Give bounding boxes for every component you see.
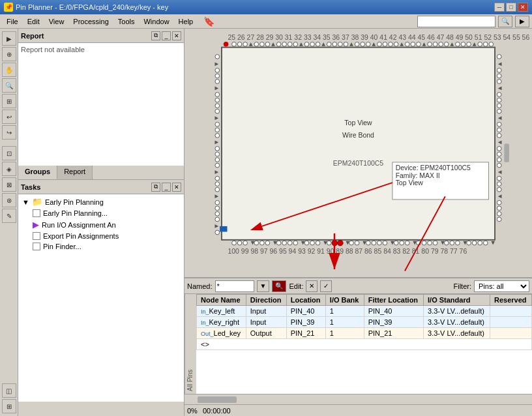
cell-io-standard: 3.3-V LV...default) [424,328,490,339]
left-pin [215,128,220,132]
edit-btn-check[interactable]: ✓ [320,280,332,292]
top-view-label: Top View [344,119,372,126]
minimize-button[interactable]: ─ [494,3,505,12]
filter-btn-1[interactable]: 🔍 [272,280,286,292]
toolbar-btn-3[interactable]: ✋ [2,63,16,77]
named-dropdown-btn[interactable]: ▼ [257,280,270,292]
search-input[interactable] [417,16,495,27]
report-close-btn[interactable]: ✕ [172,31,181,40]
run-icon: ▶ [33,220,39,230]
toolbar-btn-6[interactable]: ↩ [2,110,16,124]
task-label-1: Early Pin Planning... [43,209,108,217]
pin-table: Node Name Direction Location I/O Bank Fi… [196,294,532,394]
filter-select[interactable]: Pins: all Pins: input Pins: output [474,280,529,292]
left-pin [215,122,220,126]
left-pin [215,104,220,108]
tasks-panel: Tasks ⧉ _ ✕ ▼ 📁 Early Pin Planning Early… [18,180,184,416]
menu-window[interactable]: Window [140,16,173,27]
close-button[interactable]: ✕ [518,3,528,12]
named-input[interactable] [215,280,254,292]
tab-report[interactable]: Report [57,166,93,179]
toolbar-btn-10[interactable]: ⊠ [2,177,16,192]
menu-items: File Edit View Processing Tools Window H… [3,16,214,27]
left-pin [215,146,220,151]
wire-bond-label: Wire Bond [342,132,374,139]
cell-reserved [490,306,532,317]
edit-btn-x[interactable]: ✕ [306,280,318,292]
toolbar-btn-7[interactable]: ↪ [2,125,16,140]
task-run-io[interactable]: ▶ Run I/O Assignment An [20,218,183,231]
h-scrollbar[interactable] [185,394,532,404]
pin-circle [417,42,421,46]
bottom-pin [450,241,454,245]
pin-circle [293,42,298,46]
menu-processing[interactable]: Processing [69,16,112,27]
bottom-pin [400,241,404,245]
toolbar-btn-4[interactable]: 🔍 [2,78,16,93]
right-pin [497,104,501,108]
table-row[interactable]: In_Key_left Input PIN_40 1 PIN_40 3.3-V … [197,306,532,317]
left-pin [215,206,220,211]
toolbar-btn-1[interactable]: ▶ [2,31,16,46]
pin-circle [237,42,242,46]
right-pin-triangle [498,170,502,174]
menu-file[interactable]: File [3,16,22,27]
toolbar-btn-2[interactable]: ⊕ [2,47,16,61]
left-pin [215,93,220,97]
menu-help[interactable]: Help [175,16,198,27]
left-pin-triangle [214,87,218,91]
report-minimize-btn[interactable]: _ [162,31,171,40]
bottom-pin [243,241,248,245]
title-bar: 📌 Pin Planner - E:/0/FPGA/cpld_240/key/k… [0,0,532,14]
pin-circle [304,42,309,46]
maximize-button[interactable]: □ [506,3,516,12]
toolbar-btn-5[interactable]: ⊞ [2,94,16,108]
right-pin [497,80,501,84]
pin-circle [377,42,382,46]
right-pin [497,133,501,138]
bottom-pin [276,241,281,245]
pin-triangle [400,42,404,46]
toolbar-btn-9[interactable]: ◈ [2,162,16,176]
nav-button[interactable]: ▶ [515,16,529,27]
table-row[interactable]: Out_Led_key Output PIN_21 1 PIN_21 3.3-V… [197,328,532,339]
tasks-close-btn[interactable]: ✕ [172,183,181,192]
task-export-pin[interactable]: Export Pin Assignments [20,231,183,241]
table-row[interactable]: In_Key_right Input PIN_39 1 PIN_39 3.3-V… [197,317,532,328]
search-button[interactable]: 🔍 [498,16,512,27]
pin-circle [310,42,315,46]
chip-diagram: 25 26 27 28 29 30 31 32 33 34 35 36 37 3… [185,29,532,277]
pin-circle [260,42,265,46]
tasks-minimize-btn[interactable]: _ [162,183,171,192]
left-pin-triangle [214,170,218,174]
menu-tools[interactable]: Tools [114,16,139,27]
task-label-4: Pin Finder... [43,243,81,250]
toolbar-btn-8[interactable]: ⊡ [2,146,16,160]
task-early-pin-planning[interactable]: Early Pin Planning... [20,208,183,218]
left-pin-triangle [214,194,218,198]
report-content: Report not available [18,43,184,166]
right-pin [497,74,501,78]
menu-edit[interactable]: Edit [23,16,44,27]
top-pin-row [224,42,494,47]
pin-triangle [473,42,477,46]
cell-location: PIN_40 [286,306,325,317]
right-pin-triangle [498,62,502,66]
toolbar-btn-bottom2[interactable]: ⊞ [2,399,16,413]
toolbar-btn-11[interactable]: ⊛ [2,193,16,207]
status-percentage: 0% [187,407,198,415]
pin-circle [316,42,320,46]
toolbar-btn-12[interactable]: ✎ [2,209,16,223]
tooltip-device: Device: EPM240T100C5 [396,164,471,171]
tab-groups[interactable]: Groups [18,166,57,179]
tasks-undock-btn[interactable]: ⧉ [151,183,160,192]
toolbar-btn-bottom1[interactable]: ◫ [2,383,16,398]
new-node-row[interactable]: <> [197,339,532,350]
task-group-early-pin[interactable]: ▼ 📁 Early Pin Planning [20,196,183,208]
pin-triangle [271,42,275,46]
menu-view[interactable]: View [45,16,68,27]
task-pin-finder[interactable]: Pin Finder... [20,241,183,252]
left-pin [215,200,220,205]
bottom-pin [394,241,398,245]
report-undock-btn[interactable]: ⧉ [151,31,160,40]
